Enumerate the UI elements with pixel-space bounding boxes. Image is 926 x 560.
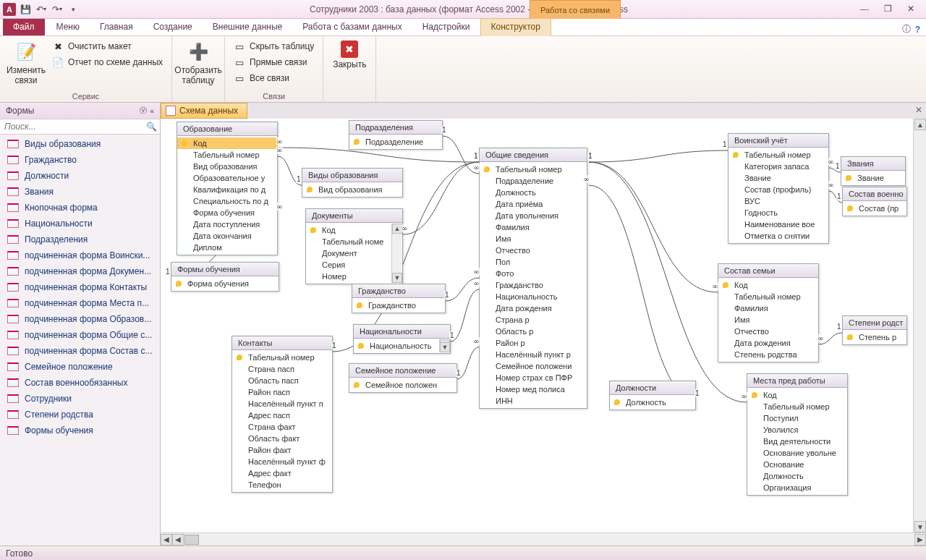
tab-external-data[interactable]: Внешние данные <box>203 19 293 35</box>
table-field[interactable]: Звание <box>729 172 828 184</box>
nav-item[interactable]: подчиненная форма Воински... <box>0 247 160 263</box>
table-formy[interactable]: Формы обученияФорма обучения <box>171 262 279 292</box>
table-title[interactable]: Степени родст <box>843 316 906 330</box>
table-title[interactable]: Образование <box>177 122 277 136</box>
table-field[interactable]: Табельный номер <box>718 291 818 302</box>
table-field[interactable]: ВУС <box>729 195 828 207</box>
table-stepen[interactable]: Степени родстСтепень р <box>842 315 907 345</box>
table-field[interactable]: Поступил <box>747 412 847 424</box>
table-title[interactable]: Звания <box>841 157 905 171</box>
table-field[interactable]: Уволился <box>747 424 847 436</box>
table-title[interactable]: Национальности <box>354 325 450 339</box>
tab-home[interactable]: Главная <box>90 19 143 35</box>
table-field[interactable]: Населённый пункт р <box>480 349 587 360</box>
nav-collapse-icon[interactable]: « <box>150 107 154 115</box>
table-field[interactable]: Основание <box>747 459 847 470</box>
table-field[interactable]: Табельный номер <box>729 149 828 161</box>
table-field[interactable]: Форма обучения <box>177 207 277 219</box>
nav-item[interactable]: подчиненная форма Контакты <box>0 279 160 295</box>
table-field[interactable]: Национальность <box>354 340 450 352</box>
table-title[interactable]: Гражданство <box>352 284 445 298</box>
table-field[interactable]: Дата окончания <box>177 230 277 242</box>
nav-item[interactable]: Звания <box>0 184 160 200</box>
table-field[interactable]: Гражданство <box>480 279 587 291</box>
search-icon[interactable]: 🔍 <box>146 122 157 132</box>
table-field[interactable]: Населённый пункт ф <box>232 456 332 467</box>
table-field[interactable]: Должность <box>747 470 847 482</box>
relation-report-button[interactable]: 📄Отчет по схеме данных <box>49 55 166 69</box>
search-input[interactable] <box>3 121 146 132</box>
table-title[interactable]: Общие сведения <box>480 148 587 162</box>
clear-layout-button[interactable]: ✖Очистить макет <box>49 39 166 54</box>
table-field[interactable]: Категория запаса <box>729 161 828 172</box>
scroll-up-icon[interactable]: ▲ <box>914 119 926 130</box>
table-field[interactable]: Область р <box>480 326 587 337</box>
table-field[interactable]: Фамилия <box>480 221 587 233</box>
table-field[interactable]: Телефон <box>232 479 332 491</box>
nav-item[interactable]: Семейное положение <box>0 359 160 375</box>
table-field[interactable]: Гражданство <box>352 300 445 311</box>
nav-item[interactable]: Должности <box>0 168 160 184</box>
tab-file[interactable]: Файл <box>3 19 45 35</box>
tab-db-tools[interactable]: Работа с базами данных <box>292 19 412 35</box>
hide-table-button[interactable]: ▭Скрыть таблицу <box>231 39 317 54</box>
table-field[interactable]: Область пасп <box>232 375 332 386</box>
document-close-icon[interactable]: ✕ <box>913 104 925 116</box>
table-field[interactable]: Семейное положен <box>349 379 456 391</box>
table-scrollbar[interactable]: ▲▼ <box>391 224 402 283</box>
table-title[interactable]: Контакты <box>232 336 332 350</box>
tab-addins[interactable]: Надстройки <box>412 19 480 35</box>
table-field[interactable]: Состав (профиль) <box>729 184 828 195</box>
scroll-thumb[interactable] <box>184 535 199 545</box>
table-field[interactable]: Номер <box>306 271 402 282</box>
tab-create[interactable]: Создание <box>143 19 203 35</box>
nav-item[interactable]: Сотрудники <box>0 391 160 407</box>
nav-item[interactable]: подчиненная форма Места п... <box>0 295 160 311</box>
table-field[interactable]: Вид образования <box>302 184 402 195</box>
table-semeinoe[interactable]: Семейное положениеСемейное положен <box>349 363 457 393</box>
nav-item[interactable]: Национальности <box>0 216 160 232</box>
table-field[interactable]: Страна р <box>480 314 587 326</box>
table-title[interactable]: Должности <box>610 381 695 395</box>
table-podrazd[interactable]: ПодразделенияПодразделение <box>349 120 443 150</box>
table-title[interactable]: Виды образования <box>302 169 402 182</box>
table-field[interactable]: Образовательное у <box>177 172 277 184</box>
minimize-icon[interactable]: — <box>858 3 871 16</box>
table-field[interactable]: Степень родства <box>718 349 818 360</box>
table-title[interactable]: Формы обучения <box>171 263 279 276</box>
table-field[interactable]: Вид деятельности <box>747 436 847 447</box>
table-field[interactable]: Дата поступления <box>177 219 277 230</box>
table-field[interactable]: Населённый пункт п <box>232 398 332 410</box>
table-field[interactable]: Форма обучения <box>171 278 279 289</box>
table-field[interactable]: Годность <box>729 207 828 219</box>
table-obshie[interactable]: Общие сведенияТабельный номерПодразделен… <box>479 148 587 409</box>
table-field[interactable]: Область факт <box>232 433 332 444</box>
table-field[interactable]: Национальность <box>480 291 587 302</box>
scroll-right-icon[interactable]: ▶ <box>914 534 926 546</box>
table-title[interactable]: Семейное положение <box>349 364 456 378</box>
table-field[interactable]: Табельный номер <box>177 149 277 161</box>
nav-list[interactable]: Виды образованияГражданствоДолжностиЗван… <box>0 135 160 546</box>
table-dolzhn[interactable]: ДолжностиДолжность <box>609 381 696 410</box>
table-vidy_obr[interactable]: Виды образованияВид образования <box>302 168 403 198</box>
table-field[interactable]: Дата рождения <box>718 337 818 349</box>
redo-icon[interactable]: ↷▾ <box>51 3 64 16</box>
table-docs[interactable]: ДокументыКодТабельный номеДокументСерияН… <box>305 208 403 284</box>
table-field[interactable]: Табельный номер <box>747 401 847 412</box>
table-field[interactable]: Табельный номер <box>232 352 332 363</box>
table-title[interactable]: Подразделения <box>349 121 442 135</box>
table-field[interactable]: Страна пасп <box>232 363 332 375</box>
table-field[interactable]: ИНН <box>480 395 587 407</box>
table-obrazovanie[interactable]: ОбразованиеКодТабельный номерВид образов… <box>177 122 278 255</box>
nav-item[interactable]: Состав военнообязанных <box>0 375 160 391</box>
table-field[interactable]: Должность <box>480 187 587 198</box>
nav-header[interactable]: Формы ⓥ « <box>0 103 160 119</box>
table-grazhd[interactable]: ГражданствоГражданство <box>352 284 446 313</box>
table-field[interactable]: Адрес факт <box>232 467 332 479</box>
table-field[interactable]: Должность <box>610 396 695 408</box>
table-field[interactable]: Номер страх св ПФР <box>480 372 587 383</box>
table-field[interactable]: Табельный номер <box>480 164 587 175</box>
nav-item[interactable]: Степени родства <box>0 407 160 423</box>
table-scrollbar[interactable]: ▲▼ <box>439 339 449 352</box>
nav-item[interactable]: подчиненная форма Состав с... <box>0 343 160 359</box>
